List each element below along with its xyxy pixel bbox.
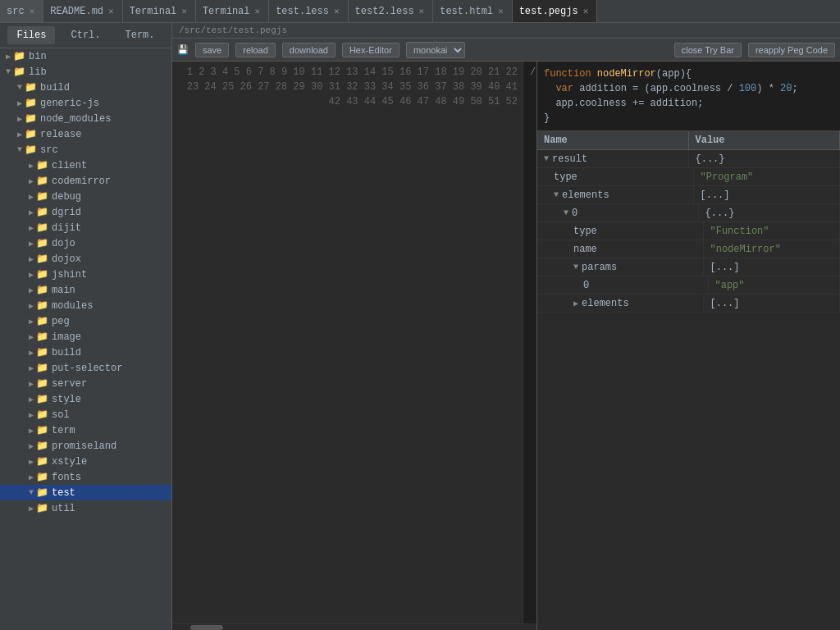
tree-arrow: ▶ [26,441,36,451]
tree-item-lib[interactable]: ▼📁lib [0,64,171,80]
tab-test-pegjs[interactable]: test.pegjs✕ [513,0,598,22]
tree-item-server[interactable]: ▶📁server [0,376,171,391]
tree-item-sol[interactable]: ▶📁sol [0,407,171,422]
ast-cell-name: type [537,222,704,240]
ast-cell-value: "Function" [704,222,841,240]
ast-row[interactable]: type"Function" [537,222,840,240]
tree-item-debug[interactable]: ▶📁debug [0,189,171,204]
tree-item-dojo[interactable]: ▶📁dojo [0,235,171,251]
save-button[interactable]: save [195,43,229,57]
code-panel: 1 2 3 4 5 6 7 8 9 10 11 12 13 14 15 16 1… [172,62,840,630]
tab-src[interactable]: src✕ [0,0,43,22]
tree-arrow: ▶ [26,317,36,326]
tree-label: server [52,378,168,390]
tree-item-promiseland[interactable]: ▶📁promiseland [0,438,171,454]
code-content: 1 2 3 4 5 6 7 8 9 10 11 12 13 14 15 16 1… [172,62,536,623]
code-lines[interactable]: /* * JavaScript parser based on the gram… [523,62,536,623]
editor-toolbar: 💾 save reload download Hex-Editor monoka… [172,39,840,62]
ast-row[interactable]: type"Program" [537,168,840,186]
folder-icon: 📁 [25,112,37,125]
ast-row[interactable]: 0"app" [537,276,840,294]
ast-row[interactable]: name"nodeMirror" [537,240,840,258]
tree-item-xstyle[interactable]: ▶📁xstyle [0,454,171,469]
tab-label: src [7,6,25,17]
tab-terminal2[interactable]: Terminal✕ [196,0,269,22]
tree-label: xstyle [52,456,168,468]
tree-item-term[interactable]: ▶📁term [0,422,171,438]
reload-button[interactable]: reload [235,43,276,57]
folder-icon: 📁 [36,346,48,358]
ast-value: "Function" [710,226,769,237]
download-button[interactable]: download [282,43,336,57]
tab-label: Terminal [130,6,177,17]
folder-icon: 📁 [36,206,48,218]
tree-label: style [52,394,168,405]
ast-row[interactable]: ▼ elements[...] [537,186,840,204]
tree-item-jshint[interactable]: ▶📁jshint [0,267,171,282]
tree-item-peg[interactable]: ▶📁peg [0,313,171,329]
tab-close-readme[interactable]: ✕ [107,6,116,16]
tree-arrow: ▶ [26,379,36,389]
tree-item-src[interactable]: ▼📁src [0,142,171,158]
theme-select[interactable]: monokai [406,42,465,58]
tree-item-dojox[interactable]: ▶📁dojox [0,251,171,267]
tree-item-dijit[interactable]: ▶📁dijit [0,220,171,235]
tree-item-style[interactable]: ▶📁style [0,391,171,407]
sidebar-tab-ctrl[interactable]: Ctrl. [62,26,109,44]
tree-item-modules[interactable]: ▶📁modules [0,298,171,313]
ast-row[interactable]: ▼ result{...} [537,150,840,168]
tree-item-build[interactable]: ▼📁build [0,80,171,95]
tab-label: test.html [440,6,493,17]
reapply-button[interactable]: reapply Peg Code [748,43,835,57]
ast-row[interactable]: ▼ 0{...} [537,204,840,222]
tab-close-terminal1[interactable]: ✕ [180,6,189,16]
tab-close-src[interactable]: ✕ [28,6,37,16]
tree-label: bin [29,51,168,62]
tab-terminal1[interactable]: Terminal✕ [123,0,196,22]
sidebar-tab-files[interactable]: Files [7,26,55,44]
tab-close-test-html[interactable]: ✕ [496,6,505,16]
tree-item-dgrid[interactable]: ▶📁dgrid [0,204,171,220]
tree-item-client[interactable]: ▶📁client [0,158,171,173]
tree-arrow: ▶ [26,208,36,217]
tree-item-test[interactable]: ▼📁test [0,485,171,500]
code-editor[interactable]: 1 2 3 4 5 6 7 8 9 10 11 12 13 14 15 16 1… [172,62,536,630]
ast-header: Name Value [537,131,840,150]
ast-value: {...} [705,208,735,219]
folder-icon: 📁 [25,128,37,140]
tree-item-main[interactable]: ▶📁main [0,282,171,298]
close-try-bar-button[interactable]: close Try Bar [674,43,742,57]
tree-item-codemirror[interactable]: ▶📁codemirror [0,173,171,189]
tree-arrow: ▶ [26,363,36,373]
tree-item-image[interactable]: ▶📁image [0,329,171,345]
horizontal-scrollbar[interactable] [172,623,536,630]
tree-item-bin[interactable]: ▶📁bin [0,48,171,64]
tree-arrow: ▶ [26,426,36,436]
folder-icon: 📁 [36,175,48,187]
tree-label: dgrid [52,207,168,218]
tab-readme[interactable]: README.md✕ [43,0,122,22]
tab-close-test-pegjs[interactable]: ✕ [582,6,591,16]
tree-arrow: ▶ [26,410,36,420]
tree-item-put-selector[interactable]: ▶📁put-selector [0,360,171,376]
tree-item-fonts[interactable]: ▶📁fonts [0,469,171,485]
tree-arrow: ▶ [26,457,36,467]
tab-container: src✕README.md✕Terminal✕Terminal✕test.les… [0,0,840,22]
tab-test-html[interactable]: test.html✕ [433,0,512,22]
tree-item-util[interactable]: ▶📁util [0,500,171,516]
tree-item-build[interactable]: ▶📁build [0,345,171,360]
tab-close-test2-less[interactable]: ✕ [418,6,427,16]
tab-close-test-less[interactable]: ✕ [332,6,341,16]
tab-close-terminal2[interactable]: ✕ [253,6,262,16]
tree-item-node_modules[interactable]: ▶📁node_modules [0,111,171,126]
hex-editor-button[interactable]: Hex-Editor [342,43,399,57]
ast-row[interactable]: ▶ elements[...] [537,294,840,313]
main-layout: Files Ctrl. Term. ▶📁bin▼📁lib▼📁build▶📁gen… [0,23,840,630]
sidebar-tab-term[interactable]: Term. [116,26,164,44]
tab-test-less[interactable]: test.less✕ [269,0,348,22]
scrollbar-thumb[interactable] [190,625,223,630]
tab-test2-less[interactable]: test2.less✕ [349,0,434,22]
tree-item-generic-js[interactable]: ▶📁generic-js [0,95,171,111]
tree-item-release[interactable]: ▶📁release [0,126,171,142]
ast-row[interactable]: ▼ params[...] [537,258,840,276]
